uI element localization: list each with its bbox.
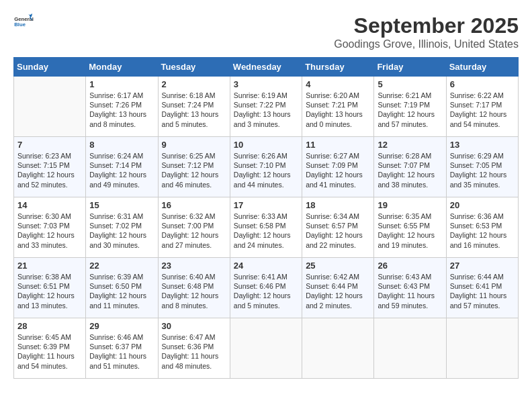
day-number: 11 (306, 140, 370, 150)
day-info: Sunrise: 6:39 AM Sunset: 6:50 PM Dayligh… (89, 272, 154, 310)
day-info: Sunrise: 6:42 AM Sunset: 6:44 PM Dayligh… (306, 272, 370, 310)
month-title: September 2025 (334, 13, 519, 38)
day-number: 17 (234, 200, 298, 210)
week-row-3: 14Sunrise: 6:30 AM Sunset: 7:03 PM Dayli… (14, 197, 519, 258)
day-info: Sunrise: 6:21 AM Sunset: 7:19 PM Dayligh… (378, 91, 442, 129)
weekday-header-monday: Monday (86, 58, 158, 77)
day-info: Sunrise: 6:31 AM Sunset: 7:02 PM Dayligh… (89, 212, 154, 250)
day-info: Sunrise: 6:30 AM Sunset: 7:03 PM Dayligh… (17, 212, 82, 250)
day-info: Sunrise: 6:28 AM Sunset: 7:07 PM Dayligh… (378, 151, 442, 189)
table-cell: 15Sunrise: 6:31 AM Sunset: 7:02 PM Dayli… (86, 197, 158, 258)
table-cell: 12Sunrise: 6:28 AM Sunset: 7:07 PM Dayli… (374, 137, 446, 197)
table-cell: 18Sunrise: 6:34 AM Sunset: 6:57 PM Dayli… (302, 197, 374, 258)
table-cell: 20Sunrise: 6:36 AM Sunset: 6:53 PM Dayli… (446, 197, 518, 258)
table-cell (14, 77, 86, 137)
weekday-header-wednesday: Wednesday (230, 58, 302, 77)
day-number: 6 (450, 79, 515, 89)
table-cell: 7Sunrise: 6:23 AM Sunset: 7:15 PM Daylig… (14, 137, 86, 197)
svg-text:Blue: Blue (14, 21, 26, 28)
day-info: Sunrise: 6:43 AM Sunset: 6:43 PM Dayligh… (378, 272, 442, 310)
day-number: 10 (234, 140, 298, 150)
day-info: Sunrise: 6:17 AM Sunset: 7:26 PM Dayligh… (89, 91, 154, 129)
weekday-header-saturday: Saturday (446, 58, 518, 77)
table-cell: 5Sunrise: 6:21 AM Sunset: 7:19 PM Daylig… (374, 77, 446, 137)
table-cell: 29Sunrise: 6:46 AM Sunset: 6:37 PM Dayli… (86, 318, 158, 379)
logo: General Blue (13, 13, 34, 28)
weekday-header-tuesday: Tuesday (158, 58, 230, 77)
table-cell (302, 318, 374, 379)
table-cell: 14Sunrise: 6:30 AM Sunset: 7:03 PM Dayli… (14, 197, 86, 258)
day-number: 27 (450, 261, 515, 271)
day-number: 5 (378, 79, 442, 89)
table-cell: 10Sunrise: 6:26 AM Sunset: 7:10 PM Dayli… (230, 137, 302, 197)
title-block: September 2025 Goodings Grove, Illinois,… (334, 13, 519, 50)
table-cell: 8Sunrise: 6:24 AM Sunset: 7:14 PM Daylig… (86, 137, 158, 197)
day-number: 4 (306, 79, 370, 89)
table-cell: 3Sunrise: 6:19 AM Sunset: 7:22 PM Daylig… (230, 77, 302, 137)
day-info: Sunrise: 6:24 AM Sunset: 7:14 PM Dayligh… (89, 151, 154, 189)
table-cell: 22Sunrise: 6:39 AM Sunset: 6:50 PM Dayli… (86, 258, 158, 318)
day-number: 1 (89, 79, 154, 89)
day-number: 12 (378, 140, 442, 150)
day-info: Sunrise: 6:40 AM Sunset: 6:48 PM Dayligh… (162, 272, 226, 310)
table-cell: 11Sunrise: 6:27 AM Sunset: 7:09 PM Dayli… (302, 137, 374, 197)
day-info: Sunrise: 6:26 AM Sunset: 7:10 PM Dayligh… (234, 151, 298, 189)
table-cell: 25Sunrise: 6:42 AM Sunset: 6:44 PM Dayli… (302, 258, 374, 318)
week-row-5: 28Sunrise: 6:45 AM Sunset: 6:39 PM Dayli… (14, 318, 519, 379)
day-number: 14 (17, 200, 82, 210)
weekday-header-thursday: Thursday (302, 58, 374, 77)
day-info: Sunrise: 6:46 AM Sunset: 6:37 PM Dayligh… (89, 332, 154, 371)
day-info: Sunrise: 6:18 AM Sunset: 7:24 PM Dayligh… (162, 91, 226, 129)
day-number: 25 (306, 261, 370, 271)
day-info: Sunrise: 6:36 AM Sunset: 6:53 PM Dayligh… (450, 212, 515, 250)
table-cell: 1Sunrise: 6:17 AM Sunset: 7:26 PM Daylig… (86, 77, 158, 137)
day-info: Sunrise: 6:44 AM Sunset: 6:41 PM Dayligh… (450, 272, 515, 310)
day-number: 23 (162, 261, 226, 271)
day-number: 13 (450, 140, 515, 150)
table-cell: 24Sunrise: 6:41 AM Sunset: 6:46 PM Dayli… (230, 258, 302, 318)
day-info: Sunrise: 6:20 AM Sunset: 7:21 PM Dayligh… (306, 91, 370, 129)
day-info: Sunrise: 6:33 AM Sunset: 6:58 PM Dayligh… (234, 212, 298, 250)
day-number: 3 (234, 79, 298, 89)
day-number: 7 (17, 140, 82, 150)
table-cell: 2Sunrise: 6:18 AM Sunset: 7:24 PM Daylig… (158, 77, 230, 137)
day-info: Sunrise: 6:45 AM Sunset: 6:39 PM Dayligh… (17, 332, 82, 371)
day-number: 22 (89, 261, 154, 271)
table-cell: 4Sunrise: 6:20 AM Sunset: 7:21 PM Daylig… (302, 77, 374, 137)
day-number: 21 (17, 261, 82, 271)
day-number: 8 (89, 140, 154, 150)
table-cell: 16Sunrise: 6:32 AM Sunset: 7:00 PM Dayli… (158, 197, 230, 258)
day-number: 9 (162, 140, 226, 150)
day-info: Sunrise: 6:32 AM Sunset: 7:00 PM Dayligh… (162, 212, 226, 250)
table-cell (374, 318, 446, 379)
day-number: 19 (378, 200, 442, 210)
table-cell: 19Sunrise: 6:35 AM Sunset: 6:55 PM Dayli… (374, 197, 446, 258)
day-info: Sunrise: 6:22 AM Sunset: 7:17 PM Dayligh… (450, 91, 515, 129)
day-number: 16 (162, 200, 226, 210)
day-number: 29 (89, 321, 154, 331)
calendar-table: SundayMondayTuesdayWednesdayThursdayFrid… (13, 57, 519, 379)
table-cell: 23Sunrise: 6:40 AM Sunset: 6:48 PM Dayli… (158, 258, 230, 318)
table-cell: 13Sunrise: 6:29 AM Sunset: 7:05 PM Dayli… (446, 137, 518, 197)
day-info: Sunrise: 6:23 AM Sunset: 7:15 PM Dayligh… (17, 151, 82, 189)
table-cell: 27Sunrise: 6:44 AM Sunset: 6:41 PM Dayli… (446, 258, 518, 318)
day-info: Sunrise: 6:34 AM Sunset: 6:57 PM Dayligh… (306, 212, 370, 250)
day-number: 2 (162, 79, 226, 89)
table-cell: 9Sunrise: 6:25 AM Sunset: 7:12 PM Daylig… (158, 137, 230, 197)
table-cell: 21Sunrise: 6:38 AM Sunset: 6:51 PM Dayli… (14, 258, 86, 318)
day-number: 30 (162, 321, 226, 331)
weekday-header-row: SundayMondayTuesdayWednesdayThursdayFrid… (14, 58, 519, 77)
location-title: Goodings Grove, Illinois, United States (334, 38, 519, 50)
day-number: 28 (17, 321, 82, 331)
day-info: Sunrise: 6:19 AM Sunset: 7:22 PM Dayligh… (234, 91, 298, 129)
day-number: 18 (306, 200, 370, 210)
day-number: 20 (450, 200, 515, 210)
table-cell: 17Sunrise: 6:33 AM Sunset: 6:58 PM Dayli… (230, 197, 302, 258)
weekday-header-friday: Friday (374, 58, 446, 77)
page-header: General Blue September 2025 Goodings Gro… (13, 13, 519, 50)
table-cell (230, 318, 302, 379)
week-row-4: 21Sunrise: 6:38 AM Sunset: 6:51 PM Dayli… (14, 258, 519, 318)
day-number: 15 (89, 200, 154, 210)
week-row-1: 1Sunrise: 6:17 AM Sunset: 7:26 PM Daylig… (14, 77, 519, 137)
weekday-header-sunday: Sunday (14, 58, 86, 77)
